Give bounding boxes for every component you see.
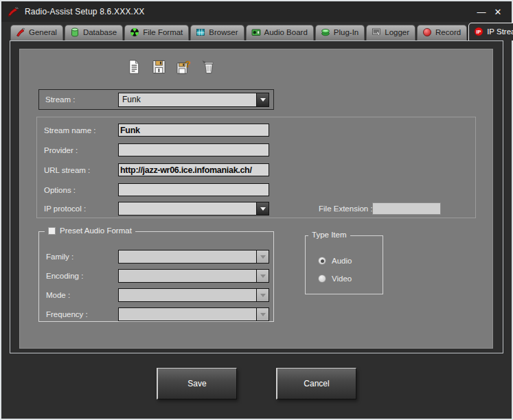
tab-label: Record xyxy=(435,28,461,36)
url-stream-label: URL stream : xyxy=(44,166,90,174)
mode-label: Mode : xyxy=(46,291,70,299)
preset-audio-format-title: Preset Audio Format xyxy=(60,226,132,235)
chevron-down-icon[interactable] xyxy=(256,202,269,215)
tab-ip-stream[interactable]: IP IP Stream xyxy=(468,23,513,40)
tab-browser[interactable]: Browser xyxy=(190,25,244,40)
frequency-label: Frequency : xyxy=(46,310,88,318)
preset-audio-format-legend: Preset Audio Format xyxy=(45,226,135,235)
stream-details-group: Stream name : Provider : URL stream : Op… xyxy=(36,117,476,218)
tab-audio-board[interactable]: Audio Board xyxy=(246,25,314,40)
ip-protocol-label: IP protocol : xyxy=(44,205,86,213)
frequency-combobox[interactable] xyxy=(118,307,269,321)
tab-label: File Format xyxy=(143,28,183,36)
family-label: Family : xyxy=(46,253,73,261)
preset-audio-format-checkbox[interactable] xyxy=(48,227,56,235)
radio-button-icon xyxy=(318,257,326,265)
tab-database[interactable]: Database xyxy=(65,25,123,40)
tab-general[interactable]: General xyxy=(10,25,63,40)
ip-protocol-combobox[interactable] xyxy=(118,202,269,215)
family-combobox-value xyxy=(119,250,256,263)
tab-record[interactable]: Record xyxy=(417,25,467,40)
minimize-button[interactable]: — xyxy=(473,4,490,19)
radio-audio-label: Audio xyxy=(332,257,352,265)
brush-icon xyxy=(16,27,25,37)
tab-plug-in[interactable]: Plug-In xyxy=(315,25,365,40)
radio-button-icon xyxy=(318,275,326,283)
tab-label: Plug-In xyxy=(334,28,358,36)
stream-name-label: Stream name : xyxy=(44,126,95,135)
close-button[interactable]: ✕ xyxy=(490,4,506,19)
file-extension-input[interactable] xyxy=(372,202,441,215)
ip-stream-tab-page: ? Stream : Funk xyxy=(10,40,503,353)
options-input[interactable] xyxy=(118,183,269,196)
tab-logger[interactable]: Logger xyxy=(366,25,415,40)
save-icon[interactable] xyxy=(151,59,167,75)
stream-label: Stream : xyxy=(45,95,75,104)
title-bar: Radio-Assist Setup 8.6.XXX.XX — ✕ xyxy=(1,1,512,22)
mode-combobox[interactable] xyxy=(118,288,269,302)
tab-label: Database xyxy=(83,28,117,36)
mode-combobox-value xyxy=(119,289,256,301)
file-extension-label: File Extension : xyxy=(319,205,373,213)
file-format-icon xyxy=(130,27,139,37)
chevron-down-icon xyxy=(256,270,269,282)
type-item-title: Type Item xyxy=(312,231,347,239)
stream-name-input[interactable] xyxy=(118,124,269,137)
delete-icon[interactable] xyxy=(201,59,216,75)
provider-input[interactable] xyxy=(118,143,269,156)
chevron-down-icon[interactable] xyxy=(256,93,269,106)
window-title: Radio-Assist Setup 8.6.XXX.XX xyxy=(25,7,145,16)
tab-label: Logger xyxy=(385,28,409,36)
svg-text:IP: IP xyxy=(477,28,481,34)
stream-toolbar: ? xyxy=(126,59,216,75)
browser-icon xyxy=(196,27,205,37)
radio-video[interactable]: Video xyxy=(318,275,352,283)
stream-combobox-value: Funk xyxy=(119,93,256,106)
database-icon xyxy=(70,27,80,37)
tab-label: IP Stream xyxy=(487,27,513,36)
radio-video-label: Video xyxy=(332,275,352,283)
app-logo-icon xyxy=(7,6,19,17)
encoding-combobox[interactable] xyxy=(118,269,269,283)
family-combobox[interactable] xyxy=(118,250,269,264)
save-button[interactable]: Save xyxy=(157,368,237,399)
stream-selector-group: Stream : Funk xyxy=(38,89,274,110)
record-icon xyxy=(422,27,432,37)
options-label: Options : xyxy=(44,186,76,194)
type-item-legend: Type Item xyxy=(308,231,350,239)
ip-stream-icon: IP xyxy=(474,27,483,36)
new-document-icon[interactable] xyxy=(126,59,142,75)
provider-label: Provider : xyxy=(44,146,78,154)
preset-audio-format-group: Preset Audio Format Family : Encoding : … xyxy=(38,231,274,322)
frequency-combobox-value xyxy=(119,308,256,320)
tab-file-format[interactable]: File Format xyxy=(124,25,189,40)
encoding-label: Encoding : xyxy=(46,272,83,280)
radio-audio[interactable]: Audio xyxy=(318,257,352,265)
svg-text:?: ? xyxy=(185,59,191,69)
tab-label: Audio Board xyxy=(264,28,308,36)
save-as-icon[interactable]: ? xyxy=(176,59,192,75)
stream-combobox[interactable]: Funk xyxy=(118,93,269,107)
ip-protocol-combobox-value xyxy=(119,202,256,215)
type-item-group: Type Item Audio Video xyxy=(305,235,383,294)
url-stream-input[interactable] xyxy=(118,163,269,176)
logger-icon xyxy=(372,27,381,37)
cancel-button[interactable]: Cancel xyxy=(276,368,356,399)
encoding-combobox-value xyxy=(119,270,256,282)
tab-label: General xyxy=(29,28,57,36)
chevron-down-icon xyxy=(256,308,269,320)
tab-label: Browser xyxy=(209,28,238,36)
audio-board-icon xyxy=(251,27,261,37)
app-window: Radio-Assist Setup 8.6.XXX.XX — ✕ Genera… xyxy=(0,0,513,420)
tab-strip: General Database File Format xyxy=(10,23,503,40)
chevron-down-icon xyxy=(256,289,269,301)
settings-panel: ? Stream : Funk xyxy=(19,49,493,349)
chevron-down-icon xyxy=(256,250,269,263)
plugin-icon xyxy=(321,27,330,37)
